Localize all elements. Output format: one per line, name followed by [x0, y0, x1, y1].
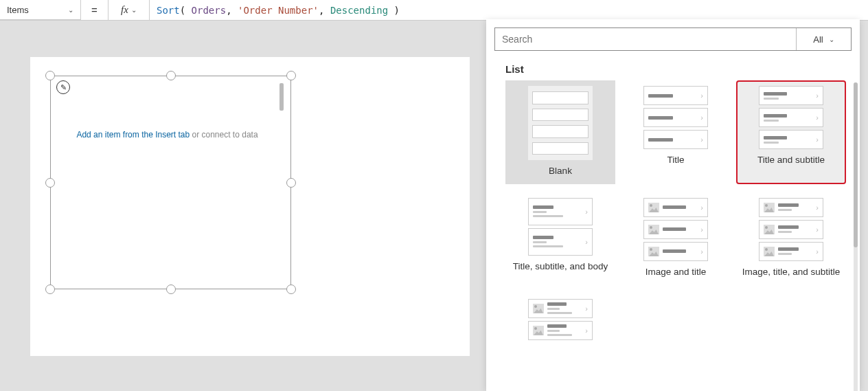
- resize-handle[interactable]: [45, 178, 55, 188]
- layout-picker-panel: All ⌄ List Blank › › › Title: [486, 19, 860, 391]
- resize-handle[interactable]: [166, 71, 176, 80]
- property-dropdown[interactable]: Items ⌄: [0, 0, 81, 20]
- gallery-border: Add an item from the Insert tab or conne…: [50, 76, 291, 289]
- layout-tile-image-title[interactable]: › › › Image and title: [621, 192, 731, 285]
- chevron-down-icon: ⌄: [829, 36, 834, 43]
- formula-input[interactable]: Sort( Orders, 'Order Number', Descending…: [150, 0, 868, 20]
- edit-pencil-icon[interactable]: ✎: [56, 80, 70, 94]
- scrollbar-thumb[interactable]: [854, 82, 858, 247]
- section-title-list: List: [505, 63, 850, 75]
- property-label: Items: [7, 5, 29, 15]
- layout-label: Blank: [549, 166, 572, 177]
- filter-dropdown[interactable]: All ⌄: [796, 28, 851, 50]
- layout-preview: › › ›: [643, 86, 708, 149]
- connect-data-text: or connect to data: [190, 130, 258, 139]
- layout-preview: › ›: [528, 299, 593, 340]
- equals-label: =: [81, 0, 108, 20]
- chevron-down-icon: ⌄: [68, 6, 73, 14]
- layout-label: Title, subtitle, and body: [513, 261, 608, 273]
- layout-panel-body: List Blank › › › Title ›: [486, 56, 860, 391]
- layout-grid: Blank › › › Title › › › Title and subtit…: [505, 80, 850, 342]
- layout-tile-title-subtitle-body[interactable]: › › Title, subtitle, and body: [505, 192, 615, 285]
- resize-handle[interactable]: [286, 178, 296, 188]
- gallery-empty-message: Add an item from the Insert tab or conne…: [51, 130, 284, 139]
- layout-tile-blank[interactable]: Blank: [505, 80, 615, 184]
- layout-tile-title[interactable]: › › › Title: [621, 80, 731, 184]
- image-icon: [764, 203, 775, 212]
- resize-handle[interactable]: [45, 284, 55, 294]
- image-icon: [533, 326, 544, 335]
- layout-preview: › › ›: [759, 198, 823, 261]
- resize-handle[interactable]: [45, 71, 55, 80]
- search-input[interactable]: [495, 28, 796, 50]
- image-icon: [764, 225, 775, 234]
- resize-handle[interactable]: [286, 284, 296, 294]
- insert-tab-link[interactable]: Add an item from the Insert tab: [76, 130, 190, 139]
- formula-bar: Items ⌄ = fx ⌄ Sort( Orders, 'Order Numb…: [0, 0, 868, 21]
- image-icon: [533, 304, 544, 313]
- layout-tile-title-subtitle[interactable]: › › › Title and subtitle: [736, 80, 846, 184]
- resize-handle[interactable]: [166, 284, 176, 294]
- layout-preview: › › ›: [643, 198, 708, 261]
- layout-preview: › ›: [528, 198, 593, 256]
- filter-label: All: [813, 34, 823, 45]
- layout-tile-image-title-subtitle[interactable]: › › › Image, title, and subtitle: [736, 192, 846, 285]
- search-row: All ⌄: [494, 27, 852, 51]
- image-icon: [764, 247, 775, 256]
- resize-handle[interactable]: [286, 71, 296, 80]
- selected-gallery-control[interactable]: Add an item from the Insert tab or conne…: [45, 71, 296, 294]
- layout-preview: [528, 86, 593, 160]
- layout-label: Image and title: [646, 267, 707, 278]
- image-icon: [648, 225, 659, 234]
- layout-label: Title and subtitle: [757, 155, 825, 166]
- fx-dropdown[interactable]: fx ⌄: [108, 0, 150, 20]
- layout-label: Title: [667, 155, 684, 166]
- image-icon: [648, 247, 659, 256]
- image-icon: [648, 203, 659, 212]
- layout-tile-partial[interactable]: › ›: [505, 293, 615, 342]
- layout-label: Image, title, and subtitle: [742, 267, 841, 278]
- canvas[interactable]: Add an item from the Insert tab or conne…: [30, 57, 470, 356]
- scrollbar[interactable]: [279, 83, 284, 111]
- fx-label: fx: [121, 4, 128, 16]
- chevron-down-icon: ⌄: [131, 6, 137, 14]
- layout-preview: › › ›: [759, 86, 823, 149]
